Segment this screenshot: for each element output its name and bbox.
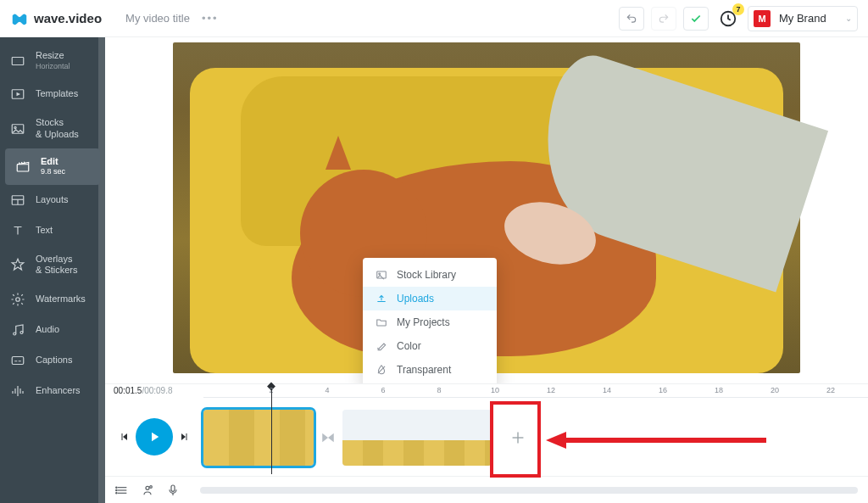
sidebar-item-edit[interactable]: Edit9.8 sec — [5, 148, 100, 185]
svg-point-35 — [146, 486, 149, 489]
playhead-line[interactable] — [271, 389, 272, 474]
svg-point-11 — [16, 298, 20, 302]
upload-icon — [375, 293, 388, 305]
popover-item-stock-library[interactable]: Stock Library — [363, 263, 497, 287]
video-title[interactable]: My video title — [125, 12, 190, 25]
annotation-arrow — [546, 428, 766, 455]
clip-1[interactable] — [203, 410, 314, 466]
header-tools: 7 M My Brand ⌄ — [619, 6, 858, 31]
app-header: wave.video My video title ••• 7 M My Bra… — [0, 0, 868, 37]
transition-button[interactable] — [320, 430, 336, 449]
brand-avatar: M — [754, 10, 771, 27]
sidebar-item-enhancers[interactable]: Enhancers — [0, 376, 105, 406]
svg-marker-20 — [152, 433, 159, 442]
scene-arm — [512, 85, 800, 305]
image-icon — [8, 121, 27, 137]
brand-label: My Brand — [779, 12, 826, 25]
svg-rect-6 — [17, 165, 29, 171]
music-icon — [8, 322, 27, 338]
workspace: Stock Library Uploads My Projects Color — [105, 37, 868, 503]
svg-marker-24 — [328, 433, 334, 443]
svg-point-13 — [20, 332, 23, 334]
timeline: 00:01.5/00:09.8 2 4 6 8 10 12 14 16 18 2… — [105, 383, 868, 503]
svg-rect-1 — [12, 57, 24, 64]
microphone-button[interactable] — [166, 483, 180, 497]
sidebar-item-watermarks[interactable]: Watermarks — [0, 284, 105, 315]
list-view-button[interactable] — [115, 483, 129, 497]
sidebar-item-stocks-uploads[interactable]: Stocks & Uploads — [0, 109, 105, 148]
svg-point-36 — [150, 485, 153, 488]
canvas-zone: Stock Library Uploads My Projects Color — [105, 37, 868, 383]
svg-point-33 — [116, 489, 117, 490]
svg-marker-10 — [12, 260, 24, 271]
svg-point-34 — [116, 492, 117, 493]
clip-2[interactable] — [342, 410, 492, 466]
popover-item-my-projects[interactable]: My Projects — [363, 310, 497, 334]
paint-icon — [375, 340, 388, 352]
captions-icon — [8, 353, 27, 368]
svg-point-12 — [14, 333, 16, 335]
pending-badge: 7 — [732, 3, 744, 15]
time-readout: 00:01.5/00:09.8 — [114, 386, 173, 395]
svg-rect-22 — [186, 433, 187, 440]
logo[interactable]: wave.video — [10, 9, 102, 28]
svg-point-16 — [379, 273, 381, 275]
undo-button[interactable] — [619, 7, 644, 31]
zoom-slider[interactable] — [200, 487, 858, 494]
svg-marker-23 — [322, 433, 328, 443]
add-clip-button[interactable] — [495, 410, 541, 466]
more-menu-button[interactable]: ••• — [202, 12, 219, 25]
save-status-button[interactable] — [683, 7, 709, 31]
timeline-ruler[interactable]: 2 4 6 8 10 12 14 16 18 20 22 24 26 — [203, 384, 868, 398]
popover-item-transparent[interactable]: Transparent — [363, 358, 497, 382]
clip-track[interactable] — [203, 403, 868, 471]
pending-button[interactable]: 7 — [715, 7, 741, 31]
svg-marker-21 — [181, 433, 186, 440]
svg-point-5 — [14, 126, 16, 128]
play-button[interactable] — [136, 418, 173, 455]
image-icon — [375, 269, 388, 281]
brand-switcher[interactable]: M My Brand ⌄ — [748, 6, 858, 31]
playback-controls — [105, 418, 203, 455]
clapper-icon — [14, 159, 32, 174]
equalizer-icon — [8, 383, 27, 399]
redo-button[interactable] — [651, 7, 676, 31]
gear-icon — [8, 292, 27, 307]
star-icon — [8, 257, 27, 272]
svg-marker-28 — [546, 432, 566, 449]
svg-rect-37 — [171, 485, 175, 491]
svg-marker-3 — [17, 92, 21, 97]
logo-icon — [10, 9, 29, 28]
add-media-popover: Stock Library Uploads My Projects Color — [363, 258, 497, 383]
svg-marker-18 — [123, 433, 127, 440]
folder-icon — [375, 316, 388, 328]
text-icon — [8, 223, 27, 238]
svg-rect-19 — [122, 433, 123, 440]
voiceover-button[interactable] — [141, 483, 154, 497]
layout-icon — [8, 193, 27, 208]
video-canvas[interactable]: Stock Library Uploads My Projects Color — [173, 42, 800, 373]
skip-back-button[interactable] — [117, 429, 132, 444]
popover-item-color[interactable]: Color — [363, 334, 497, 358]
sidebar-item-overlays-stickers[interactable]: Overlays & Stickers — [0, 246, 105, 285]
sidebar-item-audio[interactable]: Audio — [0, 315, 105, 345]
sidebar-item-resize[interactable]: ResizeHorizontal — [0, 42, 105, 79]
bottom-bar — [105, 476, 868, 503]
popover-item-uploads[interactable]: Uploads — [363, 287, 497, 310]
svg-rect-14 — [12, 357, 24, 365]
skip-forward-button[interactable] — [176, 429, 192, 444]
sidebar-item-layouts[interactable]: Layouts — [0, 185, 105, 215]
chevron-down-icon: ⌄ — [845, 14, 852, 23]
transparent-icon — [375, 364, 388, 376]
aspect-ratio-icon — [8, 53, 27, 69]
sidebar-item-captions[interactable]: Captions — [0, 345, 105, 376]
svg-point-32 — [116, 487, 117, 488]
sidebar-item-templates[interactable]: Templates — [0, 79, 105, 109]
play-rect-icon — [8, 87, 27, 102]
sidebar-item-text[interactable]: Text — [0, 215, 105, 246]
sidebar: ResizeHorizontal Templates Stocks & Uplo… — [0, 37, 105, 503]
logo-text: wave.video — [34, 11, 102, 25]
